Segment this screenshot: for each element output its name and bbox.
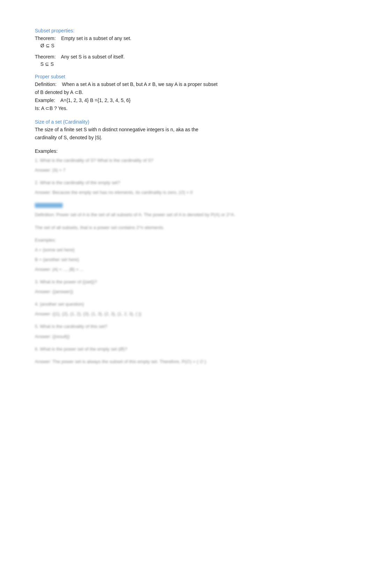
theorem2-text: Any set S is a subset of itself. xyxy=(61,54,125,60)
cardinality-body2: cardinality of S, denoted by |S|. xyxy=(35,134,335,141)
highlight-bar xyxy=(35,203,63,208)
example-q4: 4. {another set question} Answer: {{1}, … xyxy=(35,300,335,318)
proper-subset-heading: Proper subset xyxy=(35,74,335,79)
example-q6: 6. What is the power set of the empty se… xyxy=(35,345,335,353)
examples-section: Examples: 1. What is the cardinality of … xyxy=(35,148,335,366)
q6-answer-text: Answer: The power set is always the subs… xyxy=(35,358,335,366)
example-highlight-block: Definition: Power set of A is the set of… xyxy=(35,201,335,219)
example-theorem-text: The set of all subsets, that is a power … xyxy=(35,224,335,232)
example-1: 1. What is the cardinality of S? What is… xyxy=(35,157,335,174)
example-highlight-text: Definition: Power set of A is the set of… xyxy=(35,211,335,219)
proper-subset-definition2: of B denoted by A ⊂B. xyxy=(35,89,335,96)
example-2-question: 2. What is the cardinality of the empty … xyxy=(35,179,335,187)
q3-question: 3. What is the power of {{set}}? xyxy=(35,278,335,286)
cardinality-body1: The size of a finite set S with n distin… xyxy=(35,126,335,133)
theorem1-math: Ø ⊆ S xyxy=(40,43,335,48)
q4-question: 4. {another set question} xyxy=(35,300,335,308)
example-label: Example: xyxy=(35,97,55,103)
q5-question: 5. What is the cardinality of this set? xyxy=(35,323,335,330)
cardinality-section: Size of a set (Cardinality) The size of … xyxy=(35,119,335,141)
theorem2-block: Theorem: Any set S is a subset of itself… xyxy=(35,53,335,67)
proper-subset-example: Example: A={1, 2, 3, 4} B ={1, 2, 3, 4, … xyxy=(35,97,335,104)
q6-question: 6. What is the power set of the empty se… xyxy=(35,345,335,353)
example-q3: 3. What is the power of {{set}}? Answer:… xyxy=(35,278,335,296)
example-theorem: The set of all subsets, that is a power … xyxy=(35,224,335,232)
proper-subset-definition: Definition: When a set A is a subset of … xyxy=(35,81,335,88)
proper-subset-section: Proper subset Definition: When a set A i… xyxy=(35,74,335,112)
sublist-label: Examples: xyxy=(35,236,335,244)
sublist-answer: Answer: |A| = ..., |B| = ... xyxy=(35,266,335,273)
examples-sublist: Examples: A = {some set here} B = {anoth… xyxy=(35,236,335,273)
q4-answer: Answer: {{1}, {2}, {1, 2}, {3}, {1, 3}, … xyxy=(35,310,335,318)
theorem1-line: Theorem: Empty set is a subset of any se… xyxy=(35,35,335,42)
definition-text: When a set A is a subset of set B, but A… xyxy=(62,81,218,87)
sublist-b: B = {another set here} xyxy=(35,256,335,264)
theorem2-label: Theorem: xyxy=(35,54,56,60)
q5-answer: Answer: {{result}} xyxy=(35,333,335,340)
theorem1-label: Theorem: xyxy=(35,36,56,41)
definition-label: Definition: xyxy=(35,81,56,87)
subset-properties-heading: Subset properties: xyxy=(35,28,335,33)
example-2: 2. What is the cardinality of the empty … xyxy=(35,179,335,196)
theorem1-block: Theorem: Empty set is a subset of any se… xyxy=(35,35,335,48)
examples-label: Examples: xyxy=(35,148,335,154)
example-highlight-label xyxy=(35,201,335,209)
proper-subset-is: Is: A ⊂B ? Yes. xyxy=(35,105,335,112)
example-2-answer: Answer: Because the empty set has no ele… xyxy=(35,189,335,196)
example-q5: 5. What is the cardinality of this set? … xyxy=(35,323,335,340)
example-1-answer: Answer: |S| = 7 xyxy=(35,166,335,174)
theorem2-math: S ⊆ S xyxy=(40,61,335,67)
example-text: A={1, 2, 3, 4} B ={1, 2, 3, 4, 5, 6} xyxy=(60,97,131,103)
cardinality-heading: Size of a set (Cardinality) xyxy=(35,119,335,125)
example-q6-answer: Answer: The power set is always the subs… xyxy=(35,358,335,366)
subset-properties-section: Subset properties: Theorem: Empty set is… xyxy=(35,28,335,67)
example-1-question: 1. What is the cardinality of S? What is… xyxy=(35,157,335,164)
theorem1-text: Empty set is a subset of any set. xyxy=(61,36,131,41)
theorem2-line: Theorem: Any set S is a subset of itself… xyxy=(35,53,335,61)
sublist-a: A = {some set here} xyxy=(35,246,335,254)
q3-answer: Answer: {{answer}} xyxy=(35,288,335,296)
